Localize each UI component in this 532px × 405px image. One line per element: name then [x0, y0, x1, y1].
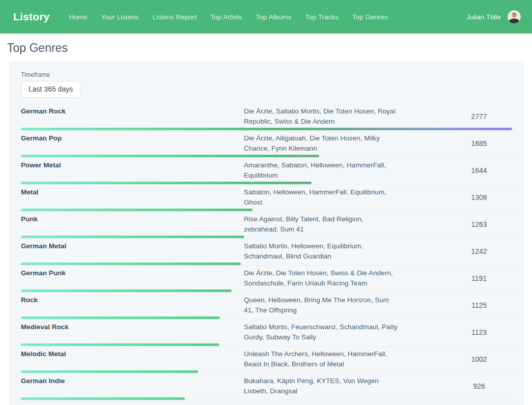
genre-bar — [21, 182, 312, 184]
genre-bar — [21, 236, 244, 238]
artists-list: Unleash The Archers, Helloween, HammerFa… — [244, 349, 398, 369]
genre-bar-track — [21, 263, 512, 265]
artists-list: Amaranthe, Sabaton, Helloween, HammerFal… — [244, 160, 398, 181]
genre-bar — [21, 397, 185, 400]
user-name[interactable]: Julian Tölle — [466, 13, 501, 21]
artists-list: Die Ärzte, Saltatio Mortis, Die Toten Ho… — [244, 106, 398, 127]
nav-item-listens-report[interactable]: Listens Report — [152, 13, 197, 21]
table-row: Metal Sabaton, Helloween, HammerFall, Eq… — [18, 185, 515, 212]
nav-item-top-artists[interactable]: Top Artists — [210, 13, 242, 21]
genre-name: Power Metal — [21, 160, 244, 170]
listen-count: 1123 — [446, 327, 512, 337]
table-row: German Punk Die Ärzte, Die Toten Hosen, … — [18, 266, 515, 293]
listen-count: 2777 — [446, 111, 512, 122]
timeframe-select[interactable]: Last 365 days — [21, 81, 80, 98]
brand-logo[interactable]: Listory — [13, 11, 49, 23]
listen-count: 1263 — [446, 219, 512, 229]
listen-count: 1644 — [446, 165, 512, 176]
table-row: Punk Rise Against, Billy Talent, Bad Rel… — [18, 212, 515, 239]
listen-count: 1002 — [446, 354, 512, 364]
genre-bar-track — [21, 343, 512, 346]
genre-bar — [21, 209, 253, 211]
listen-count: 1242 — [446, 246, 512, 256]
listen-count: 1685 — [446, 138, 512, 149]
nav-links: HomeYour ListensListens ReportTop Artist… — [69, 13, 387, 21]
artists-list: Sabaton, Helloween, HammerFall, Equilibr… — [244, 187, 398, 208]
artists-list: Queen, Helloween, Bring Me The Horizon, … — [244, 295, 398, 315]
genre-name: German Pop — [21, 133, 244, 143]
genre-bar-track — [21, 370, 512, 373]
genre-name: German Metal — [21, 241, 244, 251]
genres-table: German Rock Die Ärzte, Saltatio Mortis, … — [18, 104, 515, 400]
genre-bar-track — [21, 397, 512, 400]
genre-name: Punk — [21, 214, 244, 224]
table-row: Rock Queen, Helloween, Bring Me The Hori… — [18, 293, 515, 320]
nav-item-your-listens[interactable]: Your Listens — [101, 13, 138, 21]
genre-name: German Indie — [21, 376, 244, 386]
top-genres-card: Timeframe Last 365 days German Rock Die … — [9, 61, 524, 405]
genre-name: German Punk — [21, 268, 244, 278]
listen-count: 926 — [446, 381, 512, 391]
table-row: German Pop Die Ärzte, Alligatoah, Die To… — [18, 131, 515, 158]
table-row: Power Metal Amaranthe, Sabaton, Hellowee… — [18, 158, 515, 185]
genre-bar — [21, 316, 220, 319]
genre-bar-track — [21, 236, 512, 238]
table-row: German Indie Bukahara, Käptn Peng, KYTES… — [18, 373, 515, 400]
genre-bar — [21, 290, 232, 292]
timeframe-label: Timeframe — [21, 71, 515, 78]
artists-list: Saltatio Mortis, Feuerschwanz, Schandmau… — [244, 322, 398, 342]
genre-bar — [21, 370, 198, 373]
genre-bar-track — [21, 155, 512, 157]
genre-bar — [21, 343, 219, 346]
genre-name: German Rock — [21, 106, 244, 117]
genre-bar — [21, 128, 512, 130]
artists-list: Saltatio Mortis, Helloween, Equilibrium,… — [244, 241, 398, 262]
table-row: Medieval Rock Saltatio Mortis, Feuerschw… — [18, 320, 515, 346]
genre-name: Rock — [21, 295, 244, 305]
genre-bar-track — [21, 209, 512, 211]
genre-bar-track — [21, 316, 512, 319]
genre-bar-track — [21, 182, 512, 184]
table-row: German Metal Saltatio Mortis, Helloween,… — [18, 239, 515, 266]
user-photo-icon — [508, 10, 521, 23]
navbar: Listory HomeYour ListensListens ReportTo… — [0, 0, 532, 34]
genre-bar-track — [21, 128, 512, 130]
artists-list: Bukahara, Käptn Peng, KYTES, Von Wegen L… — [244, 376, 398, 396]
table-row: German Rock Die Ärzte, Saltatio Mortis, … — [18, 104, 515, 131]
genre-name: Melodic Metal — [21, 349, 244, 359]
nav-item-top-genres[interactable]: Top Genres — [352, 13, 388, 21]
listen-count: 1125 — [446, 300, 512, 310]
genre-bar-track — [21, 290, 512, 292]
nav-item-top-albums[interactable]: Top Albums — [256, 13, 292, 21]
genre-bar — [21, 263, 241, 265]
genre-bar — [21, 155, 319, 157]
artists-list: Die Ärzte, Alligatoah, Die Toten Hosen, … — [244, 133, 398, 154]
nav-item-top-tracks[interactable]: Top Tracks — [305, 13, 338, 21]
genre-name: Metal — [21, 187, 244, 197]
listen-count: 1308 — [446, 192, 512, 202]
page-title: Top Genres — [7, 41, 532, 55]
listen-count: 1191 — [446, 273, 512, 283]
table-row: Melodic Metal Unleash The Archers, Hello… — [18, 346, 515, 373]
nav-item-home[interactable]: Home — [69, 13, 87, 21]
avatar[interactable] — [508, 10, 521, 23]
artists-list: Rise Against, Billy Talent, Bad Religion… — [244, 214, 398, 235]
artists-list: Die Ärzte, Die Toten Hosen, Swiss & Die … — [244, 268, 398, 288]
genre-name: Medieval Rock — [21, 322, 244, 332]
